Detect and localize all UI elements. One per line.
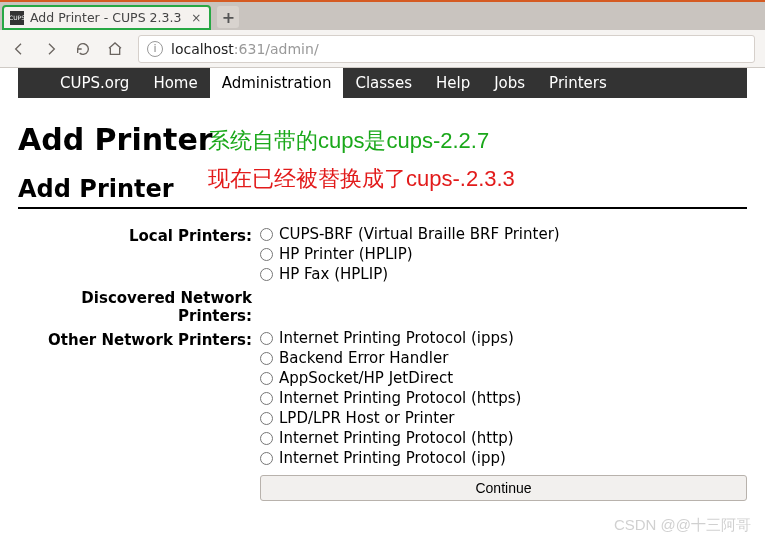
radio-input[interactable]: [260, 352, 273, 365]
site-info-icon[interactable]: i: [147, 41, 163, 57]
option-label: Backend Error Handler: [279, 349, 448, 367]
printer-option[interactable]: Internet Printing Protocol (ipp): [260, 449, 747, 467]
annotation-red: 现在已经被替换成了cups-.2.3.3: [208, 164, 515, 194]
option-label: Internet Printing Protocol (ipp): [279, 449, 506, 467]
printer-option[interactable]: Internet Printing Protocol (http): [260, 429, 747, 447]
option-label: Internet Printing Protocol (https): [279, 389, 521, 407]
radio-input[interactable]: [260, 268, 273, 281]
new-tab-button[interactable]: +: [217, 6, 239, 28]
divider: [18, 207, 747, 209]
printer-option[interactable]: HP Fax (HPLIP): [260, 265, 747, 283]
label-discovered-printers: Discovered Network Printers:: [18, 287, 252, 325]
continue-button[interactable]: Continue: [260, 475, 747, 501]
radio-input[interactable]: [260, 412, 273, 425]
radio-input[interactable]: [260, 452, 273, 465]
radio-input[interactable]: [260, 228, 273, 241]
option-label: HP Printer (HPLIP): [279, 245, 413, 263]
label-local-printers: Local Printers:: [18, 225, 252, 283]
page-content: Add Printer Add Printer 系统自带的cups是cups-2…: [0, 98, 765, 511]
nav-home[interactable]: Home: [141, 68, 209, 98]
nav-printers[interactable]: Printers: [537, 68, 619, 98]
discovered-printers-options: [260, 287, 747, 325]
option-label: AppSocket/HP JetDirect: [279, 369, 453, 387]
browser-tabstrip: CUPS Add Printer - CUPS 2.3.3 × +: [0, 0, 765, 30]
url-bar[interactable]: i localhost:631/admin/: [138, 35, 755, 63]
printer-option[interactable]: LPD/LPR Host or Printer: [260, 409, 747, 427]
forward-button[interactable]: [42, 40, 60, 58]
printer-form: Local Printers: CUPS-BRF (Virtual Braill…: [18, 225, 747, 501]
annotation-green: 系统自带的cups是cups-2.2.7: [208, 126, 489, 156]
radio-input[interactable]: [260, 332, 273, 345]
browser-tab[interactable]: CUPS Add Printer - CUPS 2.3.3 ×: [2, 5, 211, 30]
nav-jobs[interactable]: Jobs: [482, 68, 537, 98]
printer-option[interactable]: Backend Error Handler: [260, 349, 747, 367]
radio-input[interactable]: [260, 392, 273, 405]
cups-navbar: CUPS.org Home Administration Classes Hel…: [18, 68, 747, 98]
home-button[interactable]: [106, 40, 124, 58]
back-button[interactable]: [10, 40, 28, 58]
url-host: localhost: [171, 41, 234, 57]
tab-title: Add Printer - CUPS 2.3.3: [30, 10, 181, 25]
url-path: /admin/: [265, 41, 318, 57]
printer-option[interactable]: Internet Printing Protocol (ipps): [260, 329, 747, 347]
printer-option[interactable]: CUPS-BRF (Virtual Braille BRF Printer): [260, 225, 747, 243]
nav-classes[interactable]: Classes: [343, 68, 424, 98]
close-tab-icon[interactable]: ×: [191, 11, 201, 25]
favicon-icon: CUPS: [10, 11, 24, 25]
nav-administration[interactable]: Administration: [210, 68, 344, 98]
reload-button[interactable]: [74, 40, 92, 58]
url-text: localhost:631/admin/: [171, 41, 319, 57]
option-label: Internet Printing Protocol (http): [279, 429, 514, 447]
printer-option[interactable]: Internet Printing Protocol (https): [260, 389, 747, 407]
local-printers-options: CUPS-BRF (Virtual Braille BRF Printer) H…: [260, 225, 747, 283]
browser-toolbar: i localhost:631/admin/: [0, 30, 765, 68]
radio-input[interactable]: [260, 248, 273, 261]
option-label: LPD/LPR Host or Printer: [279, 409, 455, 427]
nav-help[interactable]: Help: [424, 68, 482, 98]
watermark: CSDN @@十三阿哥: [614, 516, 751, 535]
option-label: Internet Printing Protocol (ipps): [279, 329, 514, 347]
option-label: HP Fax (HPLIP): [279, 265, 388, 283]
nav-cups-org[interactable]: CUPS.org: [48, 68, 141, 98]
printer-option[interactable]: AppSocket/HP JetDirect: [260, 369, 747, 387]
radio-input[interactable]: [260, 432, 273, 445]
label-other-printers: Other Network Printers:: [18, 329, 252, 501]
option-label: CUPS-BRF (Virtual Braille BRF Printer): [279, 225, 560, 243]
printer-option[interactable]: HP Printer (HPLIP): [260, 245, 747, 263]
url-port: :631: [234, 41, 265, 57]
other-printers-options: Internet Printing Protocol (ipps) Backen…: [260, 329, 747, 501]
radio-input[interactable]: [260, 372, 273, 385]
